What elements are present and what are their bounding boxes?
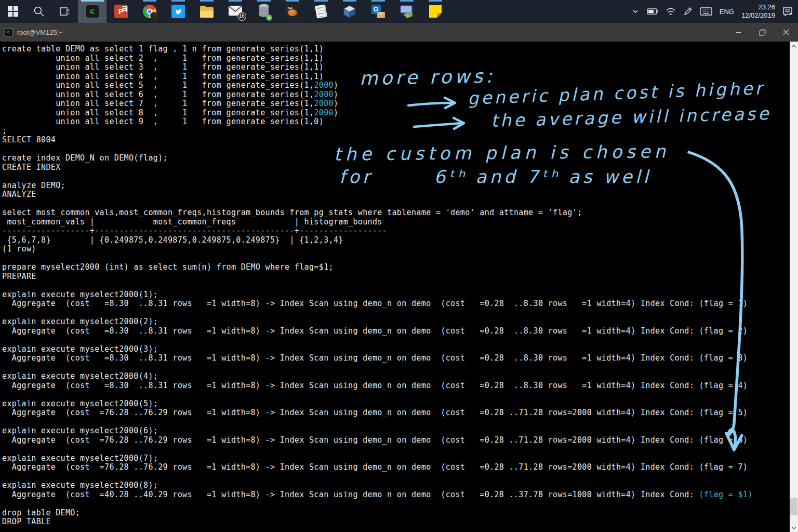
virtualbox-icon (343, 5, 356, 19)
terminal-line: SELECT 8004 (2, 136, 753, 145)
terminal-line: union all select 4 , 1 from generate_ser… (2, 72, 753, 82)
taskbar-app-remote-desktop[interactable] (392, 0, 421, 23)
taskbar-app-virtualbox[interactable] (335, 0, 364, 23)
powerpoint-icon: P (114, 5, 128, 18)
terminal-line (2, 390, 753, 400)
taskbar-app-file-explorer[interactable] (192, 0, 221, 23)
running-indicator (229, 0, 242, 2)
running-indicator (343, 0, 356, 2)
touch-keyboard[interactable] (700, 7, 712, 16)
desktop: ⊂ P 16 (0, 0, 798, 532)
terminal-line (2, 281, 753, 290)
terminal-line: explain execute myselect2000(4); (2, 372, 753, 381)
terminal-app-icon: ⊂ (86, 5, 99, 18)
action-center-button[interactable] (782, 6, 793, 17)
taskbar-app-powerpoint[interactable]: P (107, 0, 135, 23)
scrollbar-up-arrow[interactable] (790, 42, 798, 50)
search-icon (33, 5, 45, 18)
terminal-line (2, 472, 753, 482)
terminal-line (2, 172, 753, 181)
taskbar-app-chrome[interactable] (135, 0, 164, 23)
window-controls (726, 23, 798, 42)
terminal-line: union all select 8 , 1 from generate_ser… (2, 109, 753, 118)
task-view-button[interactable] (52, 0, 78, 23)
window-terminal-icon: ⊂ (5, 28, 13, 36)
close-icon (783, 29, 789, 35)
terminal-line: Aggregate (cost =76.28 ..76.29 rows =1 w… (2, 463, 753, 472)
chevron-up-icon (791, 44, 796, 48)
terminal-line (2, 363, 753, 373)
twitter-icon (171, 5, 185, 18)
search-button[interactable] (26, 0, 52, 23)
terminal-output: create table DEMO as select 1 flag , 1 n… (2, 45, 753, 527)
taskbar-app-notepad[interactable] (307, 0, 335, 23)
minimize-icon (735, 29, 741, 35)
chevron-down-icon (631, 7, 640, 16)
terminal-line (2, 200, 753, 209)
network-status[interactable] (666, 7, 676, 16)
close-button[interactable] (774, 23, 798, 42)
clock-time: 23:26 (758, 3, 775, 11)
restore-button[interactable] (750, 23, 774, 42)
terminal-line: union all select 5 , 1 from generate_ser… (2, 81, 753, 90)
database-icon (258, 4, 270, 20)
scrollbar-thumb[interactable] (790, 498, 797, 515)
taskbar-app-mail[interactable]: 16 (221, 0, 249, 23)
terminal-line (2, 445, 753, 454)
action-center-icon (782, 6, 793, 17)
taskbar-app-terminal[interactable]: ⊂ (78, 0, 107, 23)
taskbar-app-putty[interactable]: 64 (278, 0, 307, 23)
language-indicator[interactable]: ENG (720, 8, 734, 16)
system-tray: ENG 23:26 12/02/2019 (631, 0, 798, 23)
taskbar: ⊂ P 16 (0, 0, 798, 23)
wifi-icon (666, 7, 676, 16)
running-indicator (371, 0, 385, 2)
windows-logo-icon (8, 6, 18, 17)
window-titlebar[interactable]: ⊂ root@VM125:~ (0, 23, 798, 42)
task-view-icon (59, 5, 71, 18)
pen-settings[interactable] (683, 7, 693, 16)
notepad-icon (315, 4, 327, 18)
terminal-line: create table DEMO as select 1 flag , 1 n… (2, 45, 753, 54)
keyboard-icon (700, 7, 712, 16)
terminal-scrollbar[interactable] (790, 42, 798, 532)
terminal-line: PREPARE (2, 272, 753, 282)
terminal-screen[interactable]: create table DEMO as select 1 flag , 1 n… (0, 42, 790, 532)
clock[interactable]: 23:26 12/02/2019 (741, 3, 775, 20)
running-indicator (143, 0, 156, 2)
terminal-line: analyze DEMO; (2, 181, 753, 191)
terminal-line (2, 336, 753, 345)
terminal-line: Aggregate (cost =76.28 ..76.29 rows =1 w… (2, 408, 753, 418)
active-indicator (81, 0, 104, 2)
taskbar-app-sticky-notes[interactable] (421, 0, 449, 23)
window-title: root@VM125:~ (17, 29, 63, 36)
terminal-line: Aggregate (cost =40.28 ..40.29 rows =1 w… (2, 490, 753, 500)
sticky-notes-icon (429, 5, 442, 18)
file-explorer-icon (200, 7, 214, 18)
terminal-line: Aggregate (cost =8.30 ..8.31 rows =1 wid… (2, 354, 753, 363)
minimize-button[interactable] (726, 23, 750, 42)
terminal-line: DROP TABLE (2, 517, 753, 527)
terminal-line (2, 309, 753, 318)
taskbar-app-twitter[interactable] (164, 0, 192, 23)
running-indicator (286, 0, 299, 2)
outlook-icon: O (371, 5, 385, 18)
terminal-line: union all select 6 , 1 from generate_ser… (2, 90, 753, 100)
terminal-line: ANALYZE (2, 190, 753, 200)
terminal-line: Aggregate (cost =8.30 ..8.31 rows =1 wid… (2, 299, 753, 309)
terminal-line: explain execute myselect2000(5); (2, 400, 753, 409)
terminal-line: most_common_vals | most_common_freqs | h… (2, 218, 753, 227)
battery-status[interactable] (647, 8, 658, 15)
remote-desktop-icon (400, 5, 414, 18)
start-button[interactable] (0, 0, 26, 23)
hidden-icons-chevron[interactable] (631, 7, 640, 16)
terminal-line: select most_common_vals,most_common_freq… (2, 208, 753, 218)
chevron-down-icon (791, 526, 796, 530)
taskbar-app-database[interactable] (249, 0, 278, 23)
scrollbar-down-arrow[interactable] (790, 523, 798, 532)
terminal-line: explain execute myselect2000(7); (2, 454, 753, 463)
taskbar-app-outlook[interactable]: O (364, 0, 392, 23)
terminal-line: prepare myselect2000 (int) as select sum… (2, 263, 753, 272)
running-indicator (400, 0, 414, 2)
terminal-line: explain execute myselect2000(1); (2, 290, 753, 300)
